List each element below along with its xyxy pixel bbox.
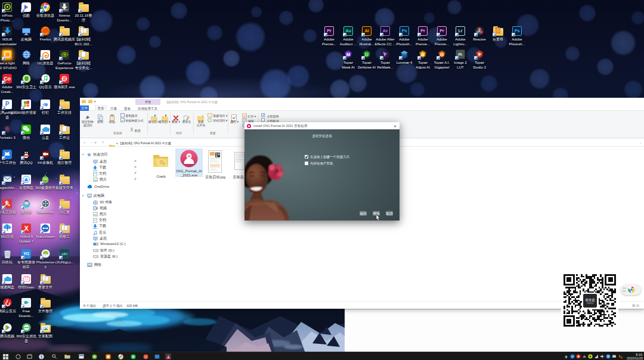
svg-text:A: A xyxy=(421,52,425,57)
svg-text:$: $ xyxy=(40,354,42,359)
svg-text:G: G xyxy=(440,52,444,57)
svg-text:AI: AI xyxy=(188,155,191,158)
svg-text:D: D xyxy=(365,52,369,57)
svg-text:视觉盟: 视觉盟 xyxy=(586,298,596,302)
svg-text:M: M xyxy=(346,52,351,57)
svg-text:店: 店 xyxy=(62,76,67,81)
svg-text:SJMENG: SJMENG xyxy=(586,302,594,305)
